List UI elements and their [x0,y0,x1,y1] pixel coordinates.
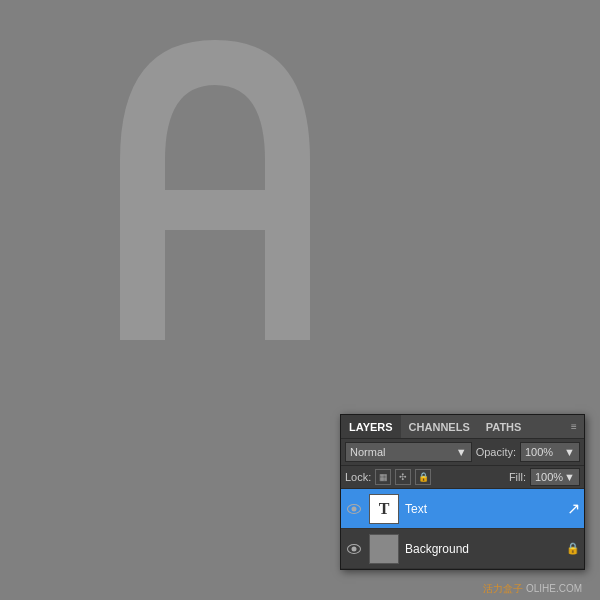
watermark-cn: 活力盒子 [483,583,523,594]
lock-all-icon[interactable]: 🔒 [415,469,431,485]
tab-layers[interactable]: LAYERS [341,415,401,438]
lock-label: Lock: [345,471,371,483]
cursor-indicator: ↗ [567,499,580,518]
layer-item-text[interactable]: T Text ↗ [341,489,584,529]
panel-tabs: LAYERS CHANNELS PATHS ≡ [341,415,584,439]
blend-mode-select[interactable]: Normal ▼ [345,442,472,462]
lock-move-icon[interactable]: ✣ [395,469,411,485]
layer-list: T Text ↗ Background 🔒 [341,489,584,569]
canvas-area: LAYERS CHANNELS PATHS ≡ Normal ▼ Opacity… [0,0,600,600]
watermark: 活力盒子 OLIHE.COM [483,582,582,596]
eye-icon-text [347,504,361,514]
panel-menu-button[interactable]: ≡ [564,415,584,438]
layer-visibility-text[interactable] [345,500,363,518]
fill-label: Fill: [509,471,526,483]
tab-paths[interactable]: PATHS [478,415,530,438]
blend-opacity-row: Normal ▼ Opacity: 100% ▼ [341,439,584,466]
layer-name-background: Background [405,542,560,556]
layer-name-text: Text [405,502,561,516]
eye-icon-background [347,544,361,554]
watermark-url: OLIHE.COM [526,583,582,594]
layer-lock-icon-background: 🔒 [566,542,580,556]
layer-thumbnail-background [369,534,399,564]
layer-thumbnail-text: T [369,494,399,524]
layer-item-background[interactable]: Background 🔒 [341,529,584,569]
layers-panel: LAYERS CHANNELS PATHS ≡ Normal ▼ Opacity… [340,414,585,570]
opacity-label: Opacity: [476,446,516,458]
tab-channels[interactable]: CHANNELS [401,415,478,438]
lock-checkerboard-icon[interactable]: ▦ [375,469,391,485]
opacity-input[interactable]: 100% ▼ [520,442,580,462]
lock-row: Lock: ▦ ✣ 🔒 Fill: 100% ▼ [341,466,584,489]
lock-icons-group: ▦ ✣ 🔒 [375,469,431,485]
layer-visibility-background[interactable] [345,540,363,558]
fill-input[interactable]: 100% ▼ [530,468,580,486]
canvas-letter [100,30,330,340]
fill-group: Fill: 100% ▼ [509,468,580,486]
